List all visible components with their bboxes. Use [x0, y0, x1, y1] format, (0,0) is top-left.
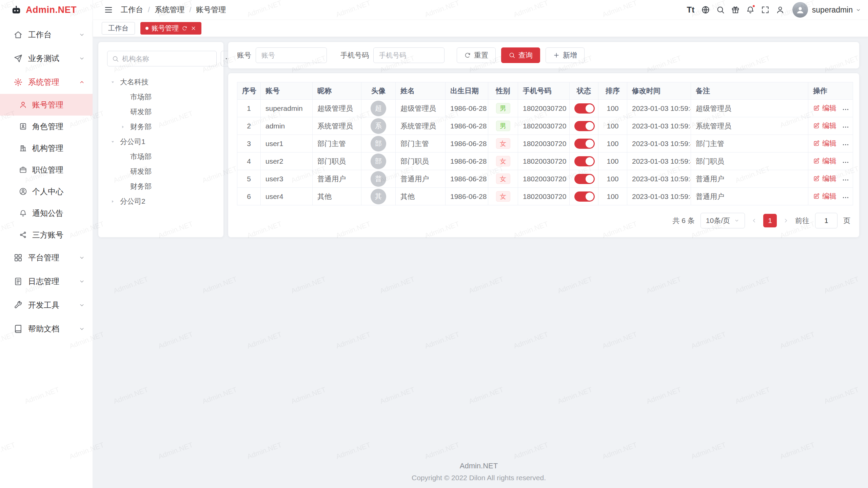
status-toggle[interactable]	[574, 103, 595, 114]
sidebar-subitem-2-1[interactable]: 角色管理	[0, 116, 93, 137]
tree-node-1[interactable]: 市场部	[107, 89, 215, 104]
tab-close-icon[interactable]	[191, 25, 196, 31]
breadcrumb-item-2[interactable]: 账号管理	[196, 5, 226, 15]
row-more-icon[interactable]	[842, 176, 849, 184]
sidebar-item-1[interactable]: 业务测试	[0, 46, 93, 70]
page-size-select[interactable]: 10条/页	[701, 213, 745, 228]
edit-button[interactable]: 编辑	[813, 139, 836, 148]
edit-button[interactable]: 编辑	[813, 174, 836, 183]
sidebar-item-label: 工作台	[28, 29, 52, 40]
cell-actions: 编辑	[808, 188, 853, 205]
tab-label: 工作台	[108, 24, 129, 33]
sidebar-item-5[interactable]: 开发工具	[0, 293, 93, 317]
column-header-7: 手机号码	[518, 82, 570, 100]
search-button[interactable]: 查询	[501, 47, 540, 63]
sidebar-menu: 工作台业务测试系统管理账号管理角色管理机构管理职位管理个人中心通知公告三方账号平…	[0, 20, 93, 488]
edit-button[interactable]: 编辑	[813, 103, 836, 113]
caret-down-icon[interactable]	[110, 139, 120, 145]
logo[interactable]: Admin.NET	[0, 0, 93, 20]
cell-remark: 系统管理员	[691, 117, 808, 135]
sidebar-subitem-2-2[interactable]: 机构管理	[0, 137, 93, 159]
row-more-icon[interactable]	[842, 159, 849, 166]
tree-node-8[interactable]: 分公司2	[107, 194, 215, 209]
tree-node-7[interactable]: 财务部	[107, 179, 215, 194]
language-icon[interactable]	[698, 0, 713, 20]
cell-gender: 女	[488, 152, 518, 170]
breadcrumb-item-1[interactable]: 系统管理	[155, 5, 184, 15]
breadcrumb-item-0[interactable]: 工作台	[121, 5, 143, 15]
tab-0[interactable]: 工作台	[102, 22, 135, 35]
sidebar-item-0[interactable]: 工作台	[0, 23, 93, 46]
account-input[interactable]	[256, 47, 327, 63]
status-toggle[interactable]	[574, 156, 595, 166]
cell-status	[570, 100, 598, 117]
phone-input[interactable]	[373, 47, 445, 63]
cell-account: user1	[261, 135, 313, 152]
sidebar-subitem-2-4[interactable]: 个人中心	[0, 181, 93, 202]
row-more-icon[interactable]	[842, 106, 849, 113]
text-size-icon[interactable]: Tt	[683, 0, 698, 20]
sidebar-item-2[interactable]: 系统管理	[0, 70, 93, 94]
cell-birthday: 1986-06-28	[446, 170, 488, 188]
sidebar-item-3[interactable]: 平台管理	[0, 246, 93, 269]
status-toggle[interactable]	[574, 121, 595, 131]
notification-bell-icon[interactable]	[743, 0, 758, 20]
reset-button[interactable]: 重置	[457, 47, 496, 63]
panels: 大名科技市场部研发部财务部分公司1市场部研发部财务部分公司2 账号 手机号码 重…	[98, 42, 859, 237]
tab-1[interactable]: 账号管理	[140, 22, 201, 35]
tree-node-2[interactable]: 研发部	[107, 104, 215, 119]
sidebar-subitem-label: 个人中心	[32, 186, 63, 197]
org-search-input[interactable]	[122, 55, 212, 63]
chevron-down-icon[interactable]	[855, 7, 861, 13]
tree-node-3[interactable]: 财务部	[107, 119, 215, 134]
sidebar-item-6[interactable]: 帮助文档	[0, 317, 93, 341]
status-toggle[interactable]	[574, 191, 595, 202]
row-more-icon[interactable]	[842, 123, 849, 131]
gender-badge: 女	[496, 156, 510, 167]
collapse-menu-icon[interactable]	[101, 0, 116, 20]
edit-button[interactable]: 编辑	[813, 156, 836, 166]
sidebar-subitem-2-0[interactable]: 账号管理	[0, 94, 93, 116]
tree-node-label: 市场部	[130, 92, 152, 102]
edit-button[interactable]: 编辑	[813, 191, 836, 201]
fullscreen-icon[interactable]	[758, 0, 773, 20]
caret-right-icon[interactable]	[110, 199, 120, 204]
doc-icon	[14, 324, 23, 333]
sidebar-item-label: 系统管理	[28, 77, 59, 87]
edit-button[interactable]: 编辑	[813, 121, 836, 130]
status-toggle[interactable]	[574, 139, 595, 149]
tree-node-0[interactable]: 大名科技	[107, 75, 215, 89]
status-toggle[interactable]	[574, 174, 595, 184]
sidebar-subitem-2-3[interactable]: 职位管理	[0, 159, 93, 181]
cell-seq: 2	[237, 117, 261, 135]
row-more-icon[interactable]	[842, 141, 849, 148]
caret-right-icon[interactable]	[120, 124, 130, 130]
prev-page-button[interactable]	[751, 217, 757, 224]
theme-gift-icon[interactable]	[728, 0, 743, 20]
table-panel: 序号账号昵称头像姓名出生日期性别手机号码状态排序修改时间备注操作 1supera…	[228, 73, 859, 237]
username[interactable]: superadmin	[812, 5, 853, 15]
table-row: 3user1部门主管部部门主管1986-06-28女18020030720100…	[237, 135, 853, 152]
footer: Admin.NET Copyright © 2022 Dilon All rig…	[98, 454, 859, 488]
sidebar-item-4[interactable]: 日志管理	[0, 269, 93, 293]
tree-node-5[interactable]: 市场部	[107, 149, 215, 164]
avatar[interactable]	[792, 2, 808, 18]
cell-sort: 100	[598, 100, 627, 117]
row-more-icon[interactable]	[842, 194, 849, 201]
sidebar-subitem-2-5[interactable]: 通知公告	[0, 202, 93, 224]
user-outline-icon[interactable]	[773, 0, 788, 20]
sidebar-subitem-2-6[interactable]: 三方账号	[0, 224, 93, 246]
page-1-button[interactable]: 1	[763, 214, 777, 227]
search-icon[interactable]	[713, 0, 728, 20]
caret-down-icon[interactable]	[110, 79, 120, 85]
tree-node-4[interactable]: 分公司1	[107, 134, 215, 149]
cell-gender: 男	[488, 100, 518, 117]
next-page-button[interactable]	[783, 217, 789, 224]
tab-refresh-icon[interactable]	[182, 25, 188, 31]
goto-page-input[interactable]	[815, 213, 837, 228]
tools-icon	[14, 301, 23, 310]
avatar-user-icon	[795, 5, 805, 15]
tree-node-6[interactable]: 研发部	[107, 164, 215, 179]
cell-seq: 1	[237, 100, 261, 117]
add-button[interactable]: 新增	[546, 47, 585, 63]
